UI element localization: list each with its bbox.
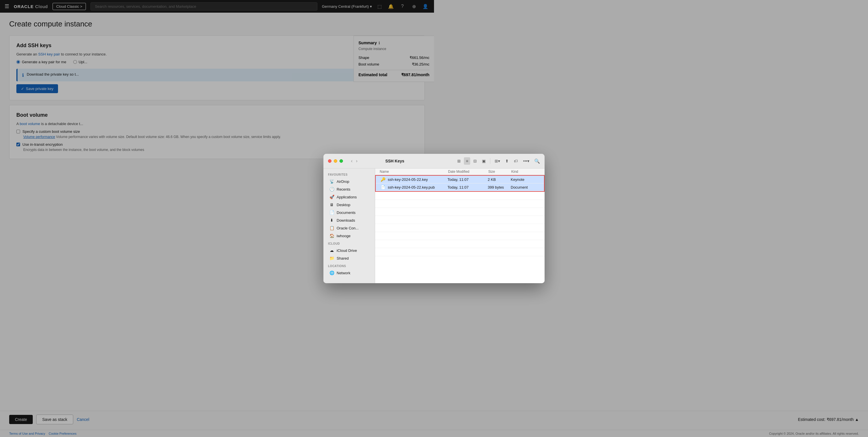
recents-icon: 🕐 [329, 187, 334, 192]
empty-row-3 [375, 208, 434, 216]
file-name-pubkey: 📄 ssh-key-2024-05-22.key.pub [380, 185, 434, 190]
mac-titlebar: ‹ › SSH Keys ⊞ ≡ ⊟ ▣ ⊞▾ ⬆ 🏷 •••▾ 🔍 [323, 154, 434, 169]
dialog-body: Favourites 📡 AirDrop 🕐 Recents 🚀 Applica… [323, 169, 434, 218]
back-button[interactable]: ‹ [350, 158, 353, 164]
dialog-title: SSH Keys [385, 159, 404, 163]
favourites-label: Favourites [323, 171, 375, 177]
mac-finder-dialog: ‹ › SSH Keys ⊞ ≡ ⊟ ▣ ⊞▾ ⬆ 🏷 •••▾ 🔍 Favou… [323, 154, 434, 218]
sidebar-item-recents[interactable]: 🕐 Recents [324, 185, 374, 193]
pubkey-file-icon: 📄 [380, 185, 385, 190]
sidebar-item-airdrop[interactable]: 📡 AirDrop [324, 178, 374, 185]
empty-row-2 [375, 200, 434, 208]
minimize-window-button[interactable] [334, 159, 337, 163]
applications-icon: 🚀 [329, 195, 334, 199]
desktop-icon: 🖥 [329, 202, 334, 207]
column-name[interactable]: Name [380, 170, 434, 174]
file-name-key: 🔑 ssh-key-2024-05-22.key [380, 177, 434, 182]
sidebar-item-applications[interactable]: 🚀 Applications [324, 193, 374, 201]
finder-sidebar: Favourites 📡 AirDrop 🕐 Recents 🚀 Applica… [323, 169, 375, 218]
file-row-pubkey[interactable]: 📄 ssh-key-2024-05-22.key.pub Today, 11:0… [376, 183, 434, 191]
sidebar-item-documents[interactable]: 📄 Documents [324, 209, 374, 216]
titlebar-nav: ‹ › [350, 158, 359, 164]
maximize-window-button[interactable] [340, 159, 343, 163]
documents-icon: 📄 [329, 210, 334, 215]
dialog-overlay: ‹ › SSH Keys ⊞ ≡ ⊟ ▣ ⊞▾ ⬆ 🏷 •••▾ 🔍 Favou… [0, 0, 434, 218]
empty-row-1 [375, 192, 434, 200]
file-row-key[interactable]: 🔑 ssh-key-2024-05-22.key Today, 11:07 2 … [376, 176, 434, 183]
downloads-icon: ⬇ [329, 218, 334, 218]
file-list-header: Name Date Modified Size Kind [375, 169, 434, 175]
airdrop-icon: 📡 [329, 179, 334, 184]
forward-button[interactable]: › [355, 158, 359, 164]
empty-row-4 [375, 216, 434, 218]
sidebar-item-desktop[interactable]: 🖥 Desktop [324, 201, 374, 208]
close-window-button[interactable] [328, 159, 332, 163]
key-file-icon: 🔑 [380, 177, 385, 182]
finder-content: Name Date Modified Size Kind 🔑 ssh-key-2… [375, 169, 434, 218]
sidebar-item-downloads[interactable]: ⬇ Downloads [324, 216, 374, 218]
